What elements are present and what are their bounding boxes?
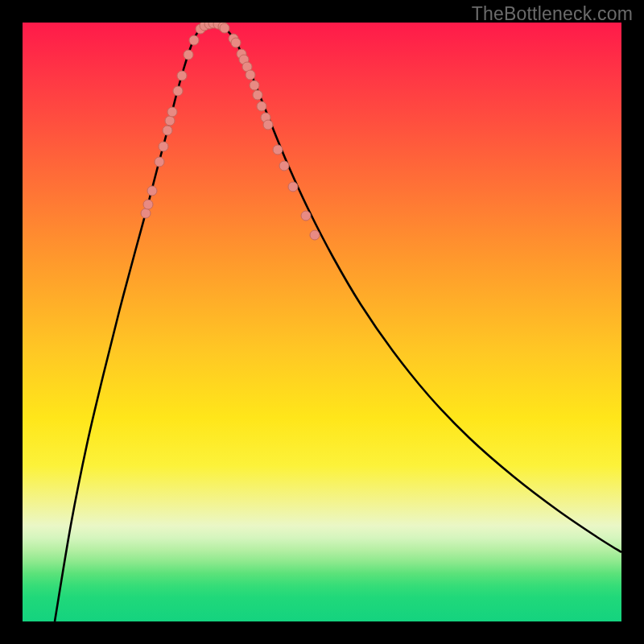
data-point (253, 90, 262, 100)
data-point (167, 107, 177, 117)
data-point (177, 71, 187, 80)
data-point (173, 86, 183, 96)
data-points-group (141, 23, 320, 240)
data-point (279, 161, 289, 171)
data-point (163, 126, 172, 135)
data-point (159, 142, 168, 151)
chart-svg (23, 23, 621, 621)
data-point (257, 101, 266, 111)
data-point (189, 35, 199, 45)
data-point (246, 70, 255, 80)
data-point (288, 182, 298, 192)
data-point (273, 145, 283, 155)
data-point (231, 38, 241, 47)
data-point (310, 230, 320, 240)
data-point (263, 120, 273, 130)
data-point (147, 186, 157, 196)
data-point (250, 80, 259, 90)
data-point (301, 211, 311, 221)
curve-right (212, 23, 621, 552)
data-point (220, 23, 229, 33)
watermark-text: TheBottleneck.com (472, 3, 633, 25)
data-point (141, 208, 151, 218)
data-point (165, 116, 175, 126)
data-point (184, 50, 193, 60)
data-point (155, 157, 164, 167)
chart-plot-area (23, 23, 621, 621)
curve-left (55, 23, 212, 621)
data-point (143, 200, 153, 209)
